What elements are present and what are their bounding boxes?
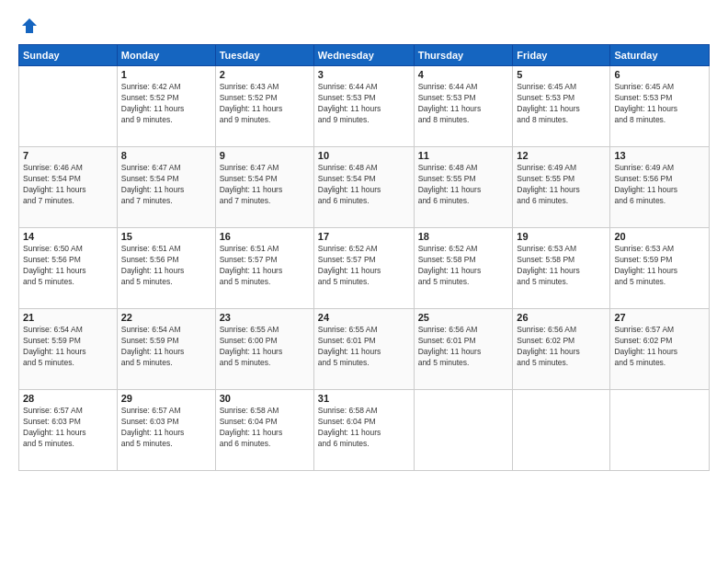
calendar-cell: 6Sunrise: 6:45 AMSunset: 5:53 PMDaylight…	[610, 66, 710, 147]
calendar-cell: 5Sunrise: 6:45 AMSunset: 5:53 PMDaylight…	[513, 66, 610, 147]
day-number: 20	[614, 231, 705, 242]
calendar-cell: 30Sunrise: 6:58 AMSunset: 6:04 PMDayligh…	[215, 390, 313, 471]
day-number: 4	[418, 69, 509, 80]
day-info: Sunrise: 6:56 AMSunset: 6:02 PMDaylight:…	[517, 325, 606, 369]
day-number: 18	[418, 231, 509, 242]
calendar-header-row: SundayMondayTuesdayWednesdayThursdayFrid…	[19, 45, 710, 66]
day-info: Sunrise: 6:57 AMSunset: 6:02 PMDaylight:…	[614, 325, 705, 369]
day-info: Sunrise: 6:55 AMSunset: 6:01 PMDaylight:…	[318, 325, 410, 369]
day-number: 7	[23, 150, 113, 161]
calendar-cell: 3Sunrise: 6:44 AMSunset: 5:53 PMDaylight…	[313, 66, 414, 147]
day-number: 21	[23, 312, 113, 323]
day-info: Sunrise: 6:47 AMSunset: 5:54 PMDaylight:…	[121, 163, 211, 207]
day-number: 1	[121, 69, 211, 80]
col-header-friday: Friday	[513, 45, 610, 66]
day-number: 28	[23, 393, 113, 404]
day-info: Sunrise: 6:44 AMSunset: 5:53 PMDaylight:…	[418, 82, 509, 126]
calendar-cell: 17Sunrise: 6:52 AMSunset: 5:57 PMDayligh…	[313, 228, 414, 309]
day-number: 24	[318, 312, 410, 323]
col-header-wednesday: Wednesday	[313, 45, 414, 66]
header	[18, 17, 710, 35]
day-number: 15	[121, 231, 211, 242]
day-number: 12	[517, 150, 606, 161]
day-info: Sunrise: 6:49 AMSunset: 5:55 PMDaylight:…	[517, 163, 606, 207]
day-info: Sunrise: 6:58 AMSunset: 6:04 PMDaylight:…	[318, 406, 410, 450]
col-header-tuesday: Tuesday	[215, 45, 313, 66]
day-number: 2	[220, 69, 310, 80]
calendar-cell	[414, 390, 513, 471]
day-info: Sunrise: 6:46 AMSunset: 5:54 PMDaylight:…	[23, 163, 113, 207]
day-number: 26	[517, 312, 606, 323]
day-info: Sunrise: 6:52 AMSunset: 5:57 PMDaylight:…	[318, 244, 410, 288]
day-number: 27	[614, 312, 705, 323]
day-info: Sunrise: 6:42 AMSunset: 5:52 PMDaylight:…	[121, 82, 211, 126]
calendar-cell: 11Sunrise: 6:48 AMSunset: 5:55 PMDayligh…	[414, 147, 513, 228]
calendar-cell: 18Sunrise: 6:52 AMSunset: 5:58 PMDayligh…	[414, 228, 513, 309]
calendar-cell: 1Sunrise: 6:42 AMSunset: 5:52 PMDaylight…	[117, 66, 215, 147]
day-info: Sunrise: 6:51 AMSunset: 5:57 PMDaylight:…	[220, 244, 310, 288]
day-info: Sunrise: 6:54 AMSunset: 5:59 PMDaylight:…	[23, 325, 113, 369]
calendar-cell: 26Sunrise: 6:56 AMSunset: 6:02 PMDayligh…	[513, 309, 610, 390]
day-number: 22	[121, 312, 211, 323]
day-number: 10	[318, 150, 410, 161]
calendar-week-3: 14Sunrise: 6:50 AMSunset: 5:56 PMDayligh…	[19, 228, 710, 309]
calendar-cell: 23Sunrise: 6:55 AMSunset: 6:00 PMDayligh…	[215, 309, 313, 390]
day-info: Sunrise: 6:58 AMSunset: 6:04 PMDaylight:…	[220, 406, 310, 450]
calendar-cell: 9Sunrise: 6:47 AMSunset: 5:54 PMDaylight…	[215, 147, 313, 228]
day-info: Sunrise: 6:56 AMSunset: 6:01 PMDaylight:…	[418, 325, 509, 369]
calendar-cell: 25Sunrise: 6:56 AMSunset: 6:01 PMDayligh…	[414, 309, 513, 390]
calendar-cell: 31Sunrise: 6:58 AMSunset: 6:04 PMDayligh…	[313, 390, 414, 471]
calendar-cell: 8Sunrise: 6:47 AMSunset: 5:54 PMDaylight…	[117, 147, 215, 228]
col-header-monday: Monday	[117, 45, 215, 66]
day-number: 3	[318, 69, 410, 80]
calendar: SundayMondayTuesdayWednesdayThursdayFrid…	[18, 44, 710, 471]
calendar-cell: 20Sunrise: 6:53 AMSunset: 5:59 PMDayligh…	[610, 228, 710, 309]
calendar-cell: 22Sunrise: 6:54 AMSunset: 5:59 PMDayligh…	[117, 309, 215, 390]
day-info: Sunrise: 6:51 AMSunset: 5:56 PMDaylight:…	[121, 244, 211, 288]
calendar-cell: 19Sunrise: 6:53 AMSunset: 5:58 PMDayligh…	[513, 228, 610, 309]
day-number: 25	[418, 312, 509, 323]
col-header-sunday: Sunday	[19, 45, 118, 66]
day-info: Sunrise: 6:47 AMSunset: 5:54 PMDaylight:…	[220, 163, 310, 207]
calendar-week-5: 28Sunrise: 6:57 AMSunset: 6:03 PMDayligh…	[19, 390, 710, 471]
calendar-cell: 13Sunrise: 6:49 AMSunset: 5:56 PMDayligh…	[610, 147, 710, 228]
day-number: 14	[23, 231, 113, 242]
calendar-cell: 15Sunrise: 6:51 AMSunset: 5:56 PMDayligh…	[117, 228, 215, 309]
page: SundayMondayTuesdayWednesdayThursdayFrid…	[0, 0, 728, 563]
day-number: 16	[220, 231, 310, 242]
svg-marker-0	[22, 18, 37, 33]
day-number: 11	[418, 150, 509, 161]
calendar-cell: 27Sunrise: 6:57 AMSunset: 6:02 PMDayligh…	[610, 309, 710, 390]
calendar-cell: 21Sunrise: 6:54 AMSunset: 5:59 PMDayligh…	[19, 309, 118, 390]
day-info: Sunrise: 6:53 AMSunset: 5:58 PMDaylight:…	[517, 244, 606, 288]
day-number: 19	[517, 231, 606, 242]
day-info: Sunrise: 6:44 AMSunset: 5:53 PMDaylight:…	[318, 82, 410, 126]
day-info: Sunrise: 6:48 AMSunset: 5:54 PMDaylight:…	[318, 163, 410, 207]
day-info: Sunrise: 6:48 AMSunset: 5:55 PMDaylight:…	[418, 163, 509, 207]
day-info: Sunrise: 6:45 AMSunset: 5:53 PMDaylight:…	[517, 82, 606, 126]
day-number: 8	[121, 150, 211, 161]
day-info: Sunrise: 6:57 AMSunset: 6:03 PMDaylight:…	[23, 406, 113, 450]
day-number: 30	[220, 393, 310, 404]
day-number: 9	[220, 150, 310, 161]
calendar-cell: 16Sunrise: 6:51 AMSunset: 5:57 PMDayligh…	[215, 228, 313, 309]
calendar-cell	[513, 390, 610, 471]
calendar-cell	[610, 390, 710, 471]
day-info: Sunrise: 6:55 AMSunset: 6:00 PMDaylight:…	[220, 325, 310, 369]
calendar-cell: 29Sunrise: 6:57 AMSunset: 6:03 PMDayligh…	[117, 390, 215, 471]
logo	[18, 17, 39, 35]
day-number: 17	[318, 231, 410, 242]
calendar-cell: 10Sunrise: 6:48 AMSunset: 5:54 PMDayligh…	[313, 147, 414, 228]
day-info: Sunrise: 6:54 AMSunset: 5:59 PMDaylight:…	[121, 325, 211, 369]
day-info: Sunrise: 6:53 AMSunset: 5:59 PMDaylight:…	[614, 244, 705, 288]
calendar-cell: 12Sunrise: 6:49 AMSunset: 5:55 PMDayligh…	[513, 147, 610, 228]
calendar-week-2: 7Sunrise: 6:46 AMSunset: 5:54 PMDaylight…	[19, 147, 710, 228]
day-number: 13	[614, 150, 705, 161]
calendar-cell: 2Sunrise: 6:43 AMSunset: 5:52 PMDaylight…	[215, 66, 313, 147]
col-header-saturday: Saturday	[610, 45, 710, 66]
day-number: 23	[220, 312, 310, 323]
day-info: Sunrise: 6:52 AMSunset: 5:58 PMDaylight:…	[418, 244, 509, 288]
calendar-cell: 14Sunrise: 6:50 AMSunset: 5:56 PMDayligh…	[19, 228, 118, 309]
calendar-cell: 4Sunrise: 6:44 AMSunset: 5:53 PMDaylight…	[414, 66, 513, 147]
day-info: Sunrise: 6:43 AMSunset: 5:52 PMDaylight:…	[220, 82, 310, 126]
